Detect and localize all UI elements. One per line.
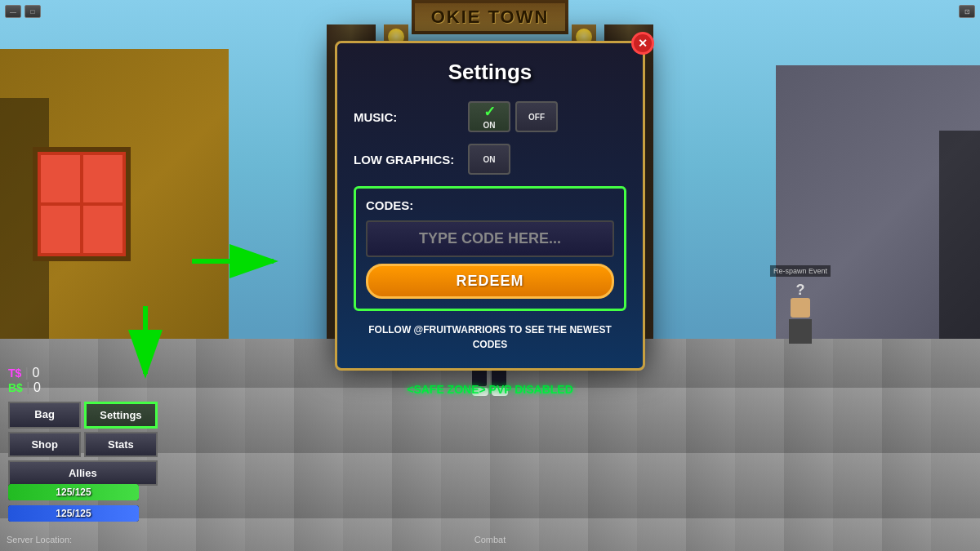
low-graphics-setting-row: LOW GRAPHICS: ON (354, 144, 626, 175)
low-graphics-toggle-group: ON (468, 144, 510, 175)
codes-label: CODES: (366, 198, 614, 212)
game-background: OKIE TOWN ? Re-spawn Event <SAFE ZONE> P… (0, 0, 980, 551)
music-setting-row: MUSIC: ✓ ON OFF (354, 101, 626, 132)
low-graphics-on-label: ON (483, 155, 496, 164)
close-icon: ✕ (638, 37, 648, 50)
modal-close-button[interactable]: ✕ (631, 32, 654, 55)
low-graphics-label: LOW GRAPHICS: (354, 153, 468, 167)
checkmark-icon: ✓ (483, 104, 496, 119)
codes-input[interactable] (366, 220, 614, 257)
codes-section: CODES: REDEEM (354, 186, 626, 311)
music-label: MUSIC: (354, 110, 468, 124)
settings-modal: ✕ Settings MUSIC: ✓ ON OFF L (335, 41, 645, 371)
follow-text: FOLLOW @FRUITWARRIORS TO SEE THE NEWEST … (354, 322, 626, 352)
music-off-button[interactable]: OFF (515, 101, 558, 132)
music-on-button[interactable]: ✓ ON (468, 101, 510, 132)
music-toggle-group: ✓ ON OFF (468, 101, 558, 132)
low-graphics-on-button[interactable]: ON (468, 144, 510, 175)
modal-overlay: ✕ Settings MUSIC: ✓ ON OFF L (0, 0, 980, 551)
redeem-button[interactable]: REDEEM (366, 264, 614, 299)
modal-title: Settings (354, 60, 626, 85)
on-label: ON (483, 121, 496, 130)
off-label: OFF (528, 113, 545, 122)
